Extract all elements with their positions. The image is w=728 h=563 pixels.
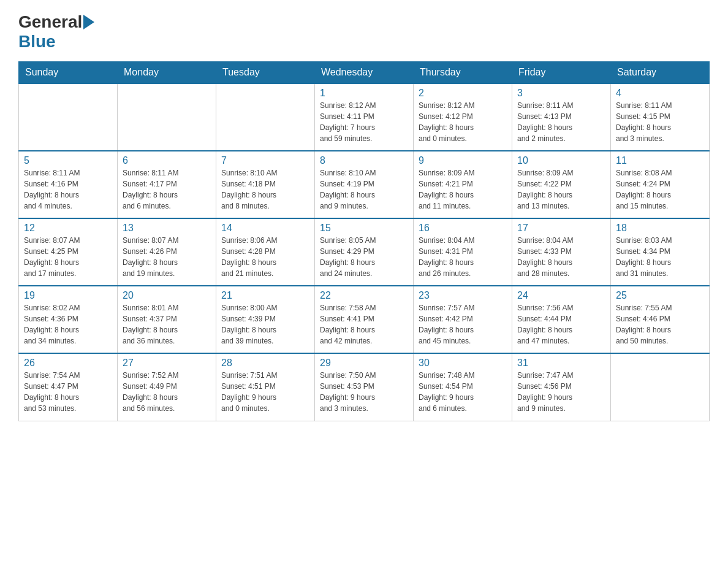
calendar-cell: 9Sunrise: 8:09 AM Sunset: 4:21 PM Daylig…	[414, 151, 512, 218]
calendar-cell	[611, 353, 710, 421]
day-info: Sunrise: 8:09 AM Sunset: 4:22 PM Dayligh…	[517, 167, 605, 212]
day-info: Sunrise: 8:07 AM Sunset: 4:26 PM Dayligh…	[123, 235, 211, 279]
day-info: Sunrise: 8:11 AM Sunset: 4:13 PM Dayligh…	[517, 100, 605, 144]
day-number: 30	[419, 358, 507, 369]
day-info: Sunrise: 8:11 AM Sunset: 4:16 PM Dayligh…	[24, 167, 112, 212]
day-info: Sunrise: 8:11 AM Sunset: 4:17 PM Dayligh…	[123, 167, 211, 212]
day-info: Sunrise: 7:55 AM Sunset: 4:46 PM Dayligh…	[616, 302, 704, 347]
day-number: 19	[24, 290, 112, 301]
day-info: Sunrise: 8:04 AM Sunset: 4:33 PM Dayligh…	[517, 235, 605, 279]
week-row-5: 26Sunrise: 7:54 AM Sunset: 4:47 PM Dayli…	[19, 353, 710, 421]
calendar-cell: 28Sunrise: 7:51 AM Sunset: 4:51 PM Dayli…	[216, 353, 315, 421]
day-info: Sunrise: 8:10 AM Sunset: 4:18 PM Dayligh…	[221, 167, 309, 212]
calendar-cell: 19Sunrise: 8:02 AM Sunset: 4:36 PM Dayli…	[19, 286, 118, 353]
calendar-cell	[19, 83, 118, 151]
calendar-cell: 3Sunrise: 8:11 AM Sunset: 4:13 PM Daylig…	[512, 83, 611, 151]
calendar-cell: 2Sunrise: 8:12 AM Sunset: 4:12 PM Daylig…	[414, 83, 512, 151]
day-info: Sunrise: 7:50 AM Sunset: 4:53 PM Dayligh…	[320, 370, 408, 414]
col-header-tuesday: Tuesday	[216, 62, 315, 84]
day-info: Sunrise: 8:12 AM Sunset: 4:12 PM Dayligh…	[419, 100, 507, 144]
calendar-cell: 30Sunrise: 7:48 AM Sunset: 4:54 PM Dayli…	[414, 353, 512, 421]
calendar-cell: 24Sunrise: 7:56 AM Sunset: 4:44 PM Dayli…	[512, 286, 611, 353]
day-info: Sunrise: 7:47 AM Sunset: 4:56 PM Dayligh…	[517, 370, 605, 414]
day-info: Sunrise: 8:06 AM Sunset: 4:28 PM Dayligh…	[221, 235, 309, 279]
day-number: 3	[517, 88, 605, 99]
day-number: 2	[419, 88, 507, 99]
day-info: Sunrise: 7:51 AM Sunset: 4:51 PM Dayligh…	[221, 370, 309, 414]
day-number: 31	[517, 358, 605, 369]
day-number: 14	[221, 223, 309, 234]
day-info: Sunrise: 8:04 AM Sunset: 4:31 PM Dayligh…	[419, 235, 507, 279]
day-number: 8	[320, 155, 408, 166]
col-header-monday: Monday	[118, 62, 216, 84]
day-info: Sunrise: 8:11 AM Sunset: 4:15 PM Dayligh…	[616, 100, 704, 144]
calendar-cell: 18Sunrise: 8:03 AM Sunset: 4:34 PM Dayli…	[611, 218, 710, 286]
day-number: 17	[517, 223, 605, 234]
day-info: Sunrise: 7:52 AM Sunset: 4:49 PM Dayligh…	[123, 370, 211, 414]
day-info: Sunrise: 8:07 AM Sunset: 4:25 PM Dayligh…	[24, 235, 112, 279]
calendar-cell: 5Sunrise: 8:11 AM Sunset: 4:16 PM Daylig…	[19, 151, 118, 218]
calendar-cell: 15Sunrise: 8:05 AM Sunset: 4:29 PM Dayli…	[315, 218, 414, 286]
calendar-cell: 6Sunrise: 8:11 AM Sunset: 4:17 PM Daylig…	[118, 151, 216, 218]
week-row-1: 1Sunrise: 8:12 AM Sunset: 4:11 PM Daylig…	[19, 83, 710, 151]
day-info: Sunrise: 7:58 AM Sunset: 4:41 PM Dayligh…	[320, 302, 408, 347]
day-info: Sunrise: 8:10 AM Sunset: 4:19 PM Dayligh…	[320, 167, 408, 212]
day-number: 24	[517, 290, 605, 301]
week-row-2: 5Sunrise: 8:11 AM Sunset: 4:16 PM Daylig…	[19, 151, 710, 218]
day-info: Sunrise: 8:03 AM Sunset: 4:34 PM Dayligh…	[616, 235, 704, 279]
day-number: 25	[616, 290, 704, 301]
day-number: 23	[419, 290, 507, 301]
day-number: 7	[221, 155, 309, 166]
day-info: Sunrise: 7:54 AM Sunset: 4:47 PM Dayligh…	[24, 370, 112, 414]
calendar-cell: 20Sunrise: 8:01 AM Sunset: 4:37 PM Dayli…	[118, 286, 216, 353]
day-info: Sunrise: 8:05 AM Sunset: 4:29 PM Dayligh…	[320, 235, 408, 279]
calendar-cell: 27Sunrise: 7:52 AM Sunset: 4:49 PM Dayli…	[118, 353, 216, 421]
calendar-cell: 11Sunrise: 8:08 AM Sunset: 4:24 PM Dayli…	[611, 151, 710, 218]
calendar-cell: 1Sunrise: 8:12 AM Sunset: 4:11 PM Daylig…	[315, 83, 414, 151]
calendar-cell: 17Sunrise: 8:04 AM Sunset: 4:33 PM Dayli…	[512, 218, 611, 286]
calendar-cell: 23Sunrise: 7:57 AM Sunset: 4:42 PM Dayli…	[414, 286, 512, 353]
logo-general-text: General	[18, 12, 82, 32]
day-info: Sunrise: 8:08 AM Sunset: 4:24 PM Dayligh…	[616, 167, 704, 212]
day-number: 9	[419, 155, 507, 166]
calendar-cell: 7Sunrise: 8:10 AM Sunset: 4:18 PM Daylig…	[216, 151, 315, 218]
day-number: 29	[320, 358, 408, 369]
day-number: 28	[221, 358, 309, 369]
calendar-cell: 10Sunrise: 8:09 AM Sunset: 4:22 PM Dayli…	[512, 151, 611, 218]
day-number: 4	[616, 88, 704, 99]
calendar-cell: 25Sunrise: 7:55 AM Sunset: 4:46 PM Dayli…	[611, 286, 710, 353]
calendar-header-row: SundayMondayTuesdayWednesdayThursdayFrid…	[19, 62, 710, 84]
calendar-cell	[118, 83, 216, 151]
day-number: 13	[123, 223, 211, 234]
day-number: 18	[616, 223, 704, 234]
week-row-3: 12Sunrise: 8:07 AM Sunset: 4:25 PM Dayli…	[19, 218, 710, 286]
col-header-saturday: Saturday	[611, 62, 710, 84]
day-number: 10	[517, 155, 605, 166]
logo-blue-text: Blue	[18, 32, 56, 52]
calendar-cell	[216, 83, 315, 151]
day-info: Sunrise: 8:02 AM Sunset: 4:36 PM Dayligh…	[24, 302, 112, 347]
day-info: Sunrise: 7:48 AM Sunset: 4:54 PM Dayligh…	[419, 370, 507, 414]
logo-arrow-icon	[83, 15, 94, 29]
day-number: 1	[320, 88, 408, 99]
day-number: 11	[616, 155, 704, 166]
day-number: 5	[24, 155, 112, 166]
calendar-cell: 13Sunrise: 8:07 AM Sunset: 4:26 PM Dayli…	[118, 218, 216, 286]
day-number: 6	[123, 155, 211, 166]
day-number: 26	[24, 358, 112, 369]
day-info: Sunrise: 8:01 AM Sunset: 4:37 PM Dayligh…	[123, 302, 211, 347]
calendar-cell: 31Sunrise: 7:47 AM Sunset: 4:56 PM Dayli…	[512, 353, 611, 421]
day-number: 22	[320, 290, 408, 301]
day-info: Sunrise: 8:09 AM Sunset: 4:21 PM Dayligh…	[419, 167, 507, 212]
day-info: Sunrise: 8:12 AM Sunset: 4:11 PM Dayligh…	[320, 100, 408, 144]
day-number: 20	[123, 290, 211, 301]
day-number: 12	[24, 223, 112, 234]
col-header-thursday: Thursday	[414, 62, 512, 84]
calendar-cell: 22Sunrise: 7:58 AM Sunset: 4:41 PM Dayli…	[315, 286, 414, 353]
page-header: General Blue	[18, 12, 710, 52]
calendar-table: SundayMondayTuesdayWednesdayThursdayFrid…	[18, 61, 710, 421]
day-number: 16	[419, 223, 507, 234]
day-info: Sunrise: 7:56 AM Sunset: 4:44 PM Dayligh…	[517, 302, 605, 347]
col-header-wednesday: Wednesday	[315, 62, 414, 84]
day-number: 27	[123, 358, 211, 369]
